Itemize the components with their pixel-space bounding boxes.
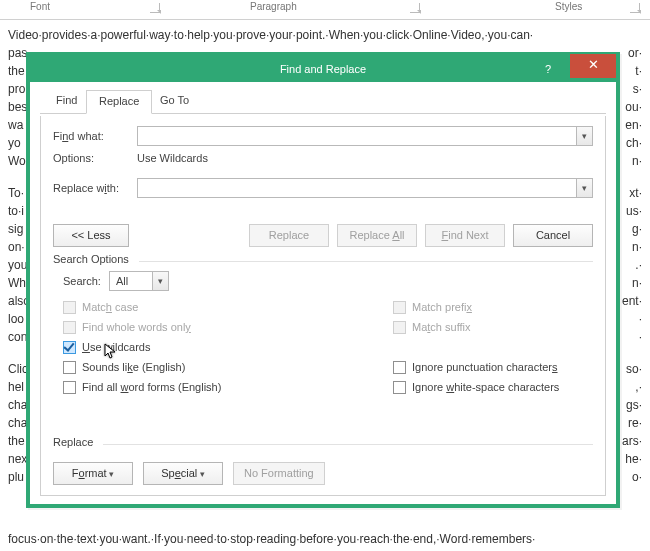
cancel-button[interactable]: Cancel [513, 224, 593, 247]
ribbon-strip: Font Paragraph Styles [0, 0, 650, 20]
tabbar: Find Replace Go To [40, 90, 606, 114]
check-match-case: Match case [63, 297, 393, 317]
search-direction-label: Search: [63, 275, 101, 287]
ribbon-group-paragraph: Paragraph [250, 1, 297, 12]
replace-button[interactable]: Replace [249, 224, 329, 247]
dialog-title: Find and Replace [280, 63, 366, 75]
replace-with-input[interactable]: ▾ [137, 178, 593, 198]
doc-line: focus·on·the·text·you·want.·If·you·need·… [8, 530, 642, 548]
check-ignore-punctuation[interactable]: Ignore punctuation characters [393, 357, 593, 377]
find-what-label: Find what: [53, 130, 137, 142]
ribbon-launcher-font[interactable] [150, 3, 160, 13]
tab-find[interactable]: Find [44, 90, 89, 114]
doc-line: gs· [626, 396, 642, 414]
doc-line: s· [633, 80, 642, 98]
doc-line: · [639, 328, 642, 346]
ribbon-group-font: Font [30, 1, 50, 12]
format-button[interactable]: Format [53, 462, 133, 485]
special-button[interactable]: Special [143, 462, 223, 485]
doc-line: ent· [622, 292, 642, 310]
doc-line: · [639, 310, 642, 328]
doc-line: ch· [626, 134, 642, 152]
doc-line: re· [628, 414, 642, 432]
find-replace-dialog: Find and Replace ? ✕ Find Replace Go To … [26, 52, 620, 508]
close-button[interactable]: ✕ [570, 54, 616, 78]
dialog-titlebar[interactable]: Find and Replace ? ✕ [30, 56, 616, 82]
check-sounds-like[interactable]: Sounds like (English) [63, 357, 393, 377]
doc-line: Video·provides·a·powerful·way·to·help·yo… [8, 26, 642, 44]
ribbon-launcher-paragraph[interactable] [410, 3, 420, 13]
doc-line: or· [628, 44, 642, 62]
less-button[interactable]: << Less [53, 224, 129, 247]
doc-line: so· [626, 360, 642, 378]
ribbon-group-styles: Styles [555, 1, 582, 12]
search-options-heading: Search Options [53, 253, 593, 265]
search-direction-select[interactable]: All▾ [109, 271, 169, 291]
tab-replace[interactable]: Replace [86, 90, 152, 114]
no-formatting-button[interactable]: No Formatting [233, 462, 325, 485]
replace-all-button[interactable]: Replace All [337, 224, 417, 247]
doc-line: o· [632, 468, 642, 486]
doc-line: ou· [625, 98, 642, 116]
check-whole-words: Find whole words only [63, 317, 393, 337]
check-word-forms[interactable]: Find all word forms (English) [63, 377, 393, 397]
tab-goto[interactable]: Go To [148, 90, 201, 114]
find-next-button[interactable]: Find Next [425, 224, 505, 247]
find-what-input[interactable]: ▾ [137, 126, 593, 146]
doc-line: g· [632, 220, 642, 238]
check-match-prefix: Match prefix [393, 297, 593, 317]
help-button[interactable]: ? [528, 56, 568, 82]
replace-section-heading: Replace [53, 436, 593, 448]
doc-line: us· [626, 202, 642, 220]
doc-line: xt· [629, 184, 642, 202]
dialog-body: Find what: ▾ Options: Use Wildcards Repl… [40, 116, 606, 496]
options-label: Options: [53, 152, 137, 164]
doc-line: ,· [635, 378, 642, 396]
doc-line: t· [635, 62, 642, 80]
doc-line: ars· [622, 432, 642, 450]
chevron-down-icon[interactable]: ▾ [152, 272, 168, 290]
doc-line: n· [632, 152, 642, 170]
check-match-suffix: Match suffix [393, 317, 593, 337]
ribbon-launcher-styles[interactable] [630, 3, 640, 13]
doc-line: n· [632, 238, 642, 256]
check-ignore-whitespace[interactable]: Ignore white-space characters [393, 377, 593, 397]
doc-line: n· [632, 274, 642, 292]
doc-line: .· [635, 256, 642, 274]
doc-line: he· [625, 450, 642, 468]
options-value: Use Wildcards [137, 152, 208, 164]
doc-line: en· [625, 116, 642, 134]
check-use-wildcards[interactable]: Use wildcards [63, 337, 393, 357]
replace-with-label: Replace with: [53, 182, 137, 194]
chevron-down-icon[interactable]: ▾ [576, 179, 592, 197]
chevron-down-icon[interactable]: ▾ [576, 127, 592, 145]
